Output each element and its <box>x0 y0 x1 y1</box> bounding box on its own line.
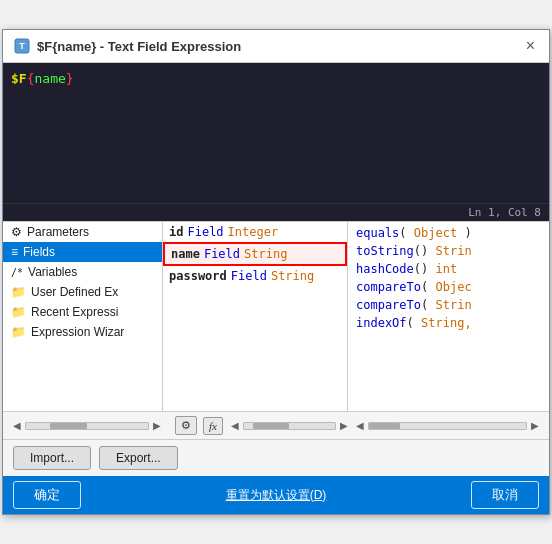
title-bar: T $F{name} - Text Field Expression × <box>3 30 549 63</box>
sidebar-item-parameters[interactable]: ⚙ Parameters <box>3 222 162 242</box>
right-scrollbar[interactable]: ◀ ▶ <box>354 420 541 431</box>
wizard-label: Expression Wizar <box>31 325 124 339</box>
middle-scrollbar-track[interactable] <box>243 422 336 430</box>
parameters-label: Parameters <box>27 225 89 239</box>
parameters-icon: ⚙ <box>11 225 22 239</box>
field-id-type: Integer <box>228 225 279 239</box>
middle-scrollbar[interactable]: ◀ ▶ <box>229 420 350 431</box>
right-scrollbar-thumb <box>369 423 400 429</box>
middle-panel: id Field Integer name Field String passw… <box>163 222 348 411</box>
method-tostring-return: Strin <box>435 244 471 258</box>
method-tostring-name: toString <box>356 244 414 258</box>
sidebar-item-user-defined[interactable]: 📁 User Defined Ex <box>3 282 162 302</box>
fields-icon: ≡ <box>11 245 18 259</box>
field-row-id[interactable]: id Field Integer <box>163 222 347 242</box>
method-indexof-name: indexOf <box>356 316 407 330</box>
method-hashcode-return: int <box>435 262 457 276</box>
wizard-icon: 📁 <box>11 325 26 339</box>
user-defined-icon: 📁 <box>11 285 26 299</box>
method-compareto2-param: Strin <box>435 298 471 312</box>
title-bar-left: T $F{name} - Text Field Expression <box>13 37 241 55</box>
method-indexof-param: String, <box>421 316 472 330</box>
editor-line-1: $F{name} <box>11 69 541 90</box>
left-toolbar: ◀ ▶ <box>11 420 163 431</box>
variables-icon: /* <box>11 267 23 278</box>
sidebar-item-recent[interactable]: 📁 Recent Expressi <box>3 302 162 322</box>
field-name-keyword: Field <box>204 247 240 261</box>
method-compareto1-param: Objec <box>435 280 471 294</box>
field-name-type: String <box>244 247 287 261</box>
confirm-button[interactable]: 确定 <box>13 481 81 509</box>
field-row-name[interactable]: name Field String <box>163 242 347 266</box>
field-id-keyword: Field <box>187 225 223 239</box>
field-password-keyword: Field <box>231 269 267 283</box>
field-name-name: name <box>171 247 200 261</box>
method-indexof-paren: ( <box>407 316 421 330</box>
middle-scroll-right[interactable]: ▶ <box>338 420 350 431</box>
scroll-left-arrow[interactable]: ◀ <box>11 420 23 431</box>
method-equals-paren: ( <box>399 226 413 240</box>
brace-close: } <box>66 71 74 86</box>
field-row-password[interactable]: password Field String <box>163 266 347 286</box>
method-indexof[interactable]: indexOf( String, <box>352 314 545 332</box>
toolbar-fx-btn[interactable]: fx <box>203 417 223 435</box>
main-window: T $F{name} - Text Field Expression × $F{… <box>2 29 550 515</box>
method-hashcode[interactable]: hashCode() int <box>352 260 545 278</box>
method-equals-name: equals <box>356 226 399 240</box>
recent-icon: 📁 <box>11 305 26 319</box>
method-compareto2-name: compareTo <box>356 298 421 312</box>
method-equals-paren2: ) <box>457 226 471 240</box>
method-hashcode-name: hashCode <box>356 262 414 276</box>
action-buttons-row: Import... Export... <box>3 439 549 476</box>
method-equals[interactable]: equals( Object ) <box>352 224 545 242</box>
expression-editor[interactable]: $F{name} <box>3 63 549 203</box>
right-scroll-left[interactable]: ◀ <box>354 420 366 431</box>
recent-label: Recent Expressi <box>31 305 118 319</box>
reset-link[interactable]: 重置为默认设置(D) <box>89 487 463 504</box>
right-toolbar: ◀ ▶ <box>354 420 541 431</box>
cancel-button[interactable]: 取消 <box>471 481 539 509</box>
method-compareto2-paren: ( <box>421 298 435 312</box>
variables-label: Variables <box>28 265 77 279</box>
method-compareto1-name: compareTo <box>356 280 421 294</box>
toolbar-gear-btn[interactable]: ⚙ <box>175 416 197 435</box>
window-title: $F{name} - Text Field Expression <box>37 39 241 54</box>
dollar-sign: $F <box>11 71 27 86</box>
left-scrollbar-track[interactable] <box>25 422 149 430</box>
method-compareto1[interactable]: compareTo( Objec <box>352 278 545 296</box>
middle-scroll-left[interactable]: ◀ <box>229 420 241 431</box>
sidebar-item-variables[interactable]: /* Variables <box>3 262 162 282</box>
sidebar-item-fields[interactable]: ≡ Fields <box>3 242 162 262</box>
method-equals-param: Object <box>414 226 457 240</box>
import-button[interactable]: Import... <box>13 446 91 470</box>
method-tostring[interactable]: toString() Strin <box>352 242 545 260</box>
method-hashcode-paren: () <box>414 262 436 276</box>
bottom-bar: 确定 重置为默认设置(D) 取消 <box>3 476 549 514</box>
field-id-name: id <box>169 225 183 239</box>
sidebar-item-wizard[interactable]: 📁 Expression Wizar <box>3 322 162 342</box>
middle-scrollbar-thumb <box>253 423 289 429</box>
method-tostring-paren: () <box>414 244 436 258</box>
field-password-type: String <box>271 269 314 283</box>
left-scrollbar-thumb <box>50 423 87 429</box>
method-compareto2[interactable]: compareTo( Strin <box>352 296 545 314</box>
field-password-name: password <box>169 269 227 283</box>
scroll-right-arrow[interactable]: ▶ <box>151 420 163 431</box>
panels-row: ⚙ Parameters ≡ Fields /* Variables 📁 Use… <box>3 221 549 411</box>
right-scrollbar-track[interactable] <box>368 422 527 430</box>
method-compareto1-paren: ( <box>421 280 435 294</box>
toolbar-row: ◀ ▶ ⚙ fx ◀ ▶ ◀ <box>3 411 549 439</box>
close-button[interactable]: × <box>522 36 539 56</box>
middle-toolbar: ⚙ fx ◀ ▶ <box>167 416 350 435</box>
fields-label: Fields <box>23 245 55 259</box>
svg-text:T: T <box>19 41 25 51</box>
left-panel: ⚙ Parameters ≡ Fields /* Variables 📁 Use… <box>3 222 163 411</box>
window-icon: T <box>13 37 31 55</box>
user-defined-label: User Defined Ex <box>31 285 118 299</box>
export-button[interactable]: Export... <box>99 446 178 470</box>
right-panel: equals( Object ) toString() Strin hashCo… <box>348 222 549 411</box>
left-scrollbar[interactable]: ◀ ▶ <box>11 420 163 431</box>
right-scroll-right[interactable]: ▶ <box>529 420 541 431</box>
field-name-token: name <box>34 71 65 86</box>
status-bar: Ln 1, Col 8 <box>3 203 549 221</box>
